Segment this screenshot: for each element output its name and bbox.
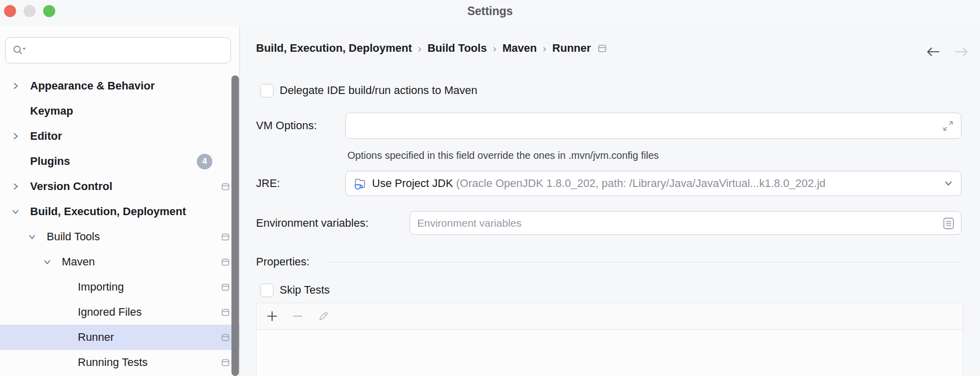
modified-settings-icon	[221, 358, 229, 366]
browse-env-variables-icon[interactable]	[942, 216, 955, 230]
breadcrumb-item[interactable]: Runner	[552, 42, 591, 55]
sidebar-item-label: Ignored Files	[78, 306, 142, 319]
modified-icon-spacer	[221, 208, 229, 216]
modified-icon-spacer	[221, 107, 229, 115]
sidebar-item-label: Build Tools	[47, 230, 100, 243]
vm-options-row: VM Options:	[256, 113, 961, 139]
modified-settings-icon	[221, 182, 229, 191]
chevron-down-icon[interactable]	[943, 180, 954, 187]
properties-table[interactable]	[257, 330, 963, 376]
sidebar-item-build-tools[interactable]: Build Tools	[0, 224, 239, 249]
properties-label: Properties:	[256, 255, 309, 268]
sidebar-item-runner[interactable]: Runner	[0, 325, 239, 350]
skip-tests-row: Skip Tests	[256, 283, 961, 297]
env-variables-label: Environment variables:	[256, 217, 410, 230]
modified-settings-icon	[221, 308, 229, 316]
breadcrumb-separator: ›	[418, 42, 421, 54]
jre-row: JRE: Use Project JDK (Oracle OpenJDK 1.8…	[256, 171, 961, 196]
modified-icon-spacer	[221, 132, 229, 140]
chevron-spacer	[56, 357, 71, 368]
jre-selected-detail: (Oracle OpenJDK 1.8.0_202, path: /Librar…	[456, 177, 826, 190]
chevron-right-icon[interactable]	[8, 80, 23, 91]
sidebar-item-build-execution-deployment[interactable]: Build, Execution, Deployment	[0, 199, 239, 224]
sidebar: Appearance & BehaviorKeymapEditorPlugins…	[0, 26, 240, 376]
vm-options-field[interactable]	[345, 113, 961, 139]
expand-field-icon[interactable]	[941, 119, 955, 133]
delegate-checkbox[interactable]	[260, 84, 274, 98]
edit-property-button[interactable]	[316, 309, 331, 324]
env-variables-row: Environment variables:	[256, 211, 961, 235]
sidebar-item-running-tests[interactable]: Running Tests	[0, 350, 239, 375]
remove-property-button[interactable]	[290, 309, 305, 324]
chevron-spacer	[56, 332, 71, 343]
vm-options-label: VM Options:	[256, 119, 345, 132]
vm-options-input[interactable]	[353, 120, 941, 132]
settings-search-box[interactable]	[5, 37, 231, 63]
chevron-right-icon[interactable]	[8, 181, 23, 192]
breadcrumb-item[interactable]: Build Tools	[427, 42, 486, 55]
breadcrumb-item[interactable]: Build, Execution, Deployment	[256, 42, 412, 55]
modified-icon-spacer	[221, 82, 229, 90]
sidebar-item-label: Importing	[78, 280, 124, 294]
breadcrumb-separator: ›	[543, 42, 546, 54]
modified-settings-icon	[221, 283, 229, 291]
modified-settings-icon	[221, 333, 229, 341]
jre-dropdown[interactable]: Use Project JDK (Oracle OpenJDK 1.8.0_20…	[345, 171, 961, 196]
sidebar-item-label: Editor	[30, 130, 62, 143]
sidebar-item-label: Version Control	[30, 180, 112, 193]
sidebar-item-label: Maven	[62, 255, 95, 268]
properties-section: Properties:	[256, 255, 961, 268]
env-variables-field[interactable]	[410, 211, 961, 235]
sidebar-item-label: Appearance & Behavior	[30, 79, 155, 92]
sidebar-item-label: Plugins	[30, 155, 70, 168]
modified-settings-icon	[221, 258, 229, 266]
sidebar-item-importing[interactable]: Importing	[0, 274, 239, 300]
jdk-icon	[353, 177, 367, 191]
forward-arrow-button[interactable]	[954, 46, 969, 57]
sidebar-item-version-control[interactable]: Version Control	[0, 174, 239, 199]
delegate-row: Delegate IDE build/run actions to Maven	[256, 83, 961, 98]
add-property-button[interactable]	[265, 309, 280, 324]
chevron-spacer	[56, 281, 71, 293]
sidebar-item-editor[interactable]: Editor	[0, 124, 239, 149]
chevron-down-icon[interactable]	[8, 206, 23, 217]
modified-settings-icon	[221, 233, 229, 241]
sidebar-scrollbar[interactable]	[231, 75, 239, 376]
env-variables-input[interactable]	[417, 217, 942, 229]
sidebar-item-label: Runner	[78, 331, 114, 344]
chevron-right-icon[interactable]	[8, 131, 23, 142]
breadcrumb-item[interactable]: Maven	[503, 42, 537, 55]
sidebar-item-ignored-files[interactable]: Ignored Files	[0, 300, 239, 325]
jre-selected-value: Use Project JDK	[372, 177, 456, 190]
settings-window: Settings Appearance & BehaviorKeymapEdit…	[0, 0, 980, 376]
back-arrow-button[interactable]	[926, 46, 941, 57]
sidebar-item-keymap[interactable]: Keymap	[0, 99, 239, 124]
jre-label: JRE:	[256, 177, 345, 190]
properties-panel	[256, 303, 963, 376]
sidebar-item-appearance-behavior[interactable]: Appearance & Behavior	[0, 73, 239, 99]
breadcrumb: Build, Execution, Deployment › Build Too…	[256, 41, 961, 55]
modified-icon-spacer	[221, 157, 229, 165]
chevron-spacer	[8, 106, 23, 117]
plugins-count-badge: 4	[197, 154, 212, 169]
breadcrumb-separator: ›	[493, 42, 497, 54]
settings-panel: Build, Execution, Deployment › Build Too…	[240, 26, 980, 376]
search-input[interactable]	[31, 38, 230, 63]
chevron-down-icon[interactable]	[40, 256, 55, 267]
chevron-down-icon[interactable]	[25, 231, 40, 242]
sidebar-item-plugins[interactable]: Plugins4	[0, 149, 239, 174]
sidebar-item-label: Keymap	[30, 105, 73, 118]
vm-options-help-text: Options specified in this field override…	[347, 150, 659, 161]
properties-toolbar	[257, 303, 963, 330]
titlebar: Settings	[0, 0, 980, 26]
sidebar-item-label: Build, Execution, Deployment	[30, 205, 186, 218]
properties-separator-line	[327, 262, 961, 262]
chevron-spacer	[56, 307, 71, 318]
sidebar-item-label: Running Tests	[78, 356, 148, 369]
modified-settings-icon	[598, 44, 606, 53]
chevron-spacer	[8, 156, 23, 167]
skip-tests-checkbox[interactable]	[260, 284, 274, 297]
search-icon[interactable]	[12, 44, 27, 57]
window-title: Settings	[0, 5, 980, 18]
sidebar-item-maven[interactable]: Maven	[0, 249, 239, 274]
